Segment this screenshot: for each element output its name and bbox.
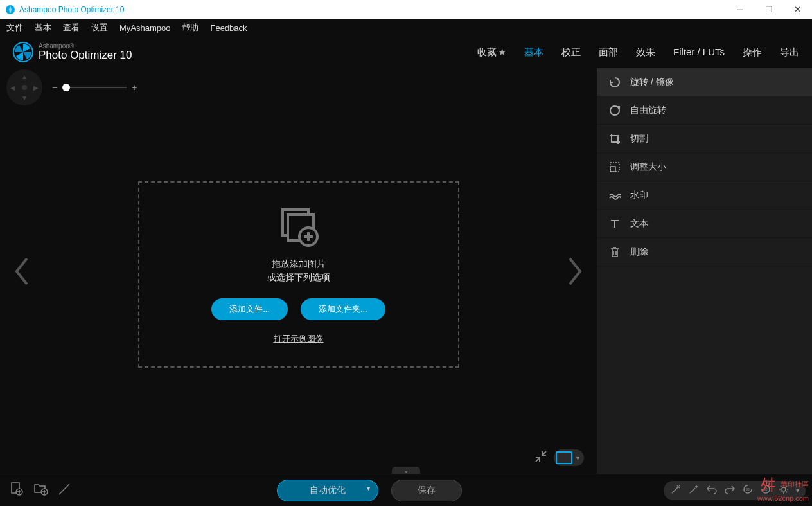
- tab-effects[interactable]: 效果: [636, 46, 655, 59]
- collapse-icon[interactable]: [534, 450, 547, 466]
- slider-thumb[interactable]: [62, 84, 70, 91]
- nav-down-icon[interactable]: ▼: [21, 95, 28, 102]
- header-tabs: 收藏★ 基本 校正 面部 效果 Filter / LUTs 操作 导出: [477, 46, 799, 59]
- rotate-left-90-icon[interactable]: 90°: [742, 483, 754, 498]
- minimize-button[interactable]: ─: [725, 0, 754, 19]
- tab-favorites[interactable]: 收藏★: [477, 46, 506, 59]
- tab-basic[interactable]: 基本: [524, 46, 543, 59]
- chevron-down-icon[interactable]: ▾: [367, 485, 370, 492]
- header: Ashampoo® Photo Optimizer 10 收藏★ 基本 校正 面…: [0, 36, 812, 68]
- tab-export[interactable]: 导出: [780, 46, 799, 59]
- menu-file[interactable]: 文件: [6, 22, 23, 33]
- top-controls: ▲ ▼ ◀ ▶ − +: [0, 68, 597, 107]
- close-button[interactable]: ✕: [783, 0, 812, 19]
- logo: Ashampoo® Photo Optimizer 10: [13, 42, 132, 62]
- auto-optimize-button[interactable]: 自动优化▾: [277, 480, 378, 501]
- sidebar-item-resize[interactable]: 调整大小: [597, 153, 812, 181]
- canvas-center: 拖放添加图片 或选择下列选项 添加文件... 添加文件夹... 打开示例图像: [0, 107, 597, 442]
- nav-center-icon[interactable]: [22, 85, 27, 90]
- logo-title: Photo Optimizer 10: [39, 50, 132, 62]
- app-icon: [5, 5, 15, 15]
- view-mode-toggle[interactable]: ▾: [554, 449, 584, 466]
- footer: ⌄ 自动优化▾ 保存 90° 90° ▾: [0, 474, 812, 506]
- dropzone[interactable]: 拖放添加图片 或选择下列选项 添加文件... 添加文件夹... 打开示例图像: [138, 181, 459, 368]
- undo-icon[interactable]: [706, 483, 718, 498]
- svg-rect-9: [610, 167, 615, 172]
- tab-face[interactable]: 面部: [599, 46, 618, 59]
- sidebar-item-text[interactable]: 文本: [597, 210, 812, 238]
- window-controls: ─ ☐ ✕: [725, 0, 812, 19]
- add-files-button[interactable]: 添加文件...: [211, 298, 288, 320]
- menu-feedback[interactable]: Feedback: [210, 23, 247, 33]
- tab-actions[interactable]: 操作: [743, 46, 762, 59]
- nav-disc[interactable]: ▲ ▼ ◀ ▶: [6, 69, 42, 105]
- menubar: 文件 基本 查看 设置 MyAshampoo 帮助 Feedback: [0, 19, 812, 36]
- star-icon: ★: [498, 46, 506, 57]
- redo-icon[interactable]: [724, 483, 736, 498]
- svg-rect-8: [610, 163, 619, 172]
- menu-view[interactable]: 查看: [63, 22, 80, 33]
- watermark: 舛 華印社區 www.52cnp.com: [757, 476, 809, 503]
- save-button[interactable]: 保存: [391, 480, 462, 501]
- menu-myashampoo[interactable]: MyAshampoo: [119, 23, 170, 33]
- canvas-area: ▲ ▼ ◀ ▶ − +: [0, 68, 597, 474]
- logo-icon: [13, 42, 33, 62]
- view-single-icon[interactable]: [556, 451, 572, 464]
- footer-collapse-button[interactable]: ⌄: [392, 467, 420, 474]
- sidebar-item-watermark[interactable]: 水印: [597, 181, 812, 210]
- wand-plus-icon[interactable]: [688, 483, 700, 498]
- nav-left-icon[interactable]: ◀: [10, 84, 15, 91]
- drop-text: 拖放添加图片 或选择下列选项: [267, 257, 330, 284]
- sidebar-item-crop[interactable]: 切割: [597, 125, 812, 153]
- nav-right-icon[interactable]: ▶: [33, 84, 39, 91]
- zoom-out-icon[interactable]: −: [52, 82, 57, 93]
- trash-icon: [608, 246, 621, 258]
- watermark-icon: [608, 189, 621, 202]
- maximize-button[interactable]: ☐: [754, 0, 783, 19]
- sidebar-item-rotate-mirror[interactable]: 旋转 / 镜像: [597, 68, 812, 96]
- tab-filter-luts[interactable]: Filter / LUTs: [673, 46, 725, 59]
- tab-correction[interactable]: 校正: [561, 46, 581, 59]
- view-dropdown-icon[interactable]: ▾: [574, 455, 582, 462]
- nav-up-icon[interactable]: ▲: [21, 73, 28, 80]
- canvas-bottom: ▾: [0, 442, 597, 474]
- sidebar-item-delete[interactable]: 删除: [597, 238, 812, 266]
- svg-text:90°: 90°: [746, 487, 751, 491]
- text-icon: [608, 217, 621, 230]
- crop-icon: [608, 132, 621, 145]
- window-title: Ashampoo Photo Optimizer 10: [19, 5, 725, 14]
- wand-icon[interactable]: [670, 483, 682, 498]
- zoom-in-icon[interactable]: +: [132, 82, 137, 93]
- add-folder-icon[interactable]: [31, 479, 50, 501]
- svg-point-7: [610, 106, 619, 115]
- side-panel: 旋转 / 镜像 自由旋转 切割 调整大小 水印 文本: [597, 68, 812, 474]
- open-sample-link[interactable]: 打开示例图像: [274, 333, 324, 345]
- prev-image-button[interactable]: [13, 256, 31, 293]
- watermark-logo-icon: 舛: [761, 476, 776, 494]
- sidebar-item-free-rotate[interactable]: 自由旋转: [597, 96, 812, 125]
- next-image-button[interactable]: [566, 256, 584, 293]
- rotate-icon: [608, 76, 621, 89]
- menu-basic[interactable]: 基本: [35, 22, 51, 33]
- free-rotate-icon: [608, 104, 621, 117]
- menu-settings[interactable]: 设置: [91, 22, 108, 33]
- add-image-icon: [276, 204, 321, 249]
- zoom-slider[interactable]: − +: [52, 82, 137, 93]
- slider-track[interactable]: [62, 87, 127, 88]
- add-folder-button[interactable]: 添加文件夹...: [301, 298, 385, 320]
- resize-icon: [608, 161, 621, 174]
- add-file-icon[interactable]: [6, 479, 26, 501]
- brush-icon[interactable]: [55, 479, 75, 501]
- window-titlebar: Ashampoo Photo Optimizer 10 ─ ☐ ✕: [0, 0, 812, 19]
- menu-help[interactable]: 帮助: [182, 22, 199, 33]
